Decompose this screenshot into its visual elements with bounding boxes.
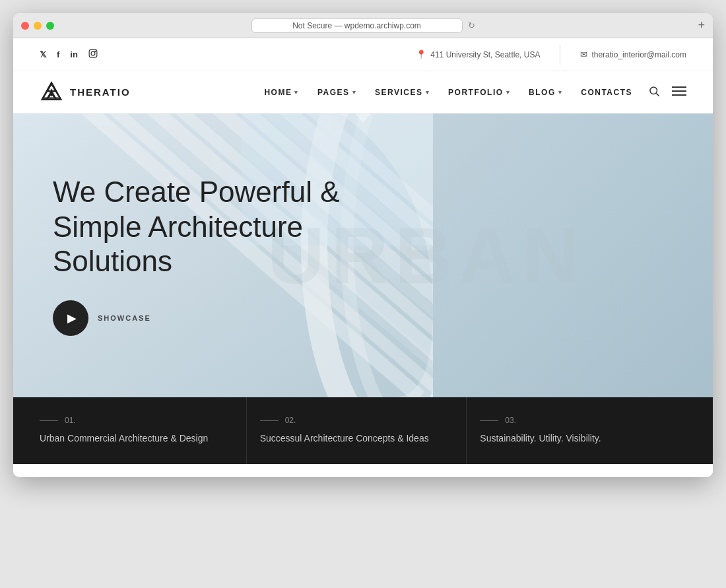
facebook-icon[interactable]: f xyxy=(57,49,59,59)
logo-icon xyxy=(40,81,63,104)
instagram-icon[interactable] xyxy=(88,49,98,60)
twitter-icon[interactable]: 𝕏 xyxy=(40,49,46,59)
website: 𝕏 f in 📍 411 University St, Seattle, USA xyxy=(13,38,713,477)
logo-text: THERATIO xyxy=(70,86,131,98)
play-icon: ▶ xyxy=(67,311,77,325)
feature-title-1: Urban Commercial Architecture & Design xyxy=(40,432,233,445)
hero-section: URBAN We Create Powerful & Simple Archit… xyxy=(13,114,713,397)
hero-content: We Create Powerful & Simple Architecture… xyxy=(13,148,396,362)
nav-item-services[interactable]: SERVICES ▾ xyxy=(375,88,430,97)
feature-line xyxy=(260,420,279,421)
logo[interactable]: THERATIO xyxy=(40,81,131,104)
refresh-icon[interactable]: ↻ xyxy=(468,20,475,30)
play-button[interactable]: ▶ xyxy=(53,300,88,336)
nav-actions xyxy=(648,85,686,100)
maximize-dot[interactable] xyxy=(46,22,54,30)
svg-point-2 xyxy=(95,51,96,51)
hero-cta: ▶ SHOWCASE xyxy=(53,300,356,336)
feature-num-text-1: 01. xyxy=(65,416,76,425)
feature-title-3: Sustainability. Utility. Visibility. xyxy=(480,432,673,445)
feature-title-2: Successul Architecture Concepts & Ideas xyxy=(260,432,453,445)
chevron-down-icon: ▾ xyxy=(426,89,430,96)
minimize-dot[interactable] xyxy=(34,22,42,30)
divider xyxy=(560,45,560,65)
new-tab-button[interactable]: + xyxy=(698,18,705,32)
feature-number-2: 02. xyxy=(260,416,453,425)
email-text: theratio_interior@mail.com xyxy=(591,50,686,59)
svg-rect-0 xyxy=(89,49,97,57)
top-bar: 𝕏 f in 📍 411 University St, Seattle, USA xyxy=(13,38,713,71)
feature-num-text-2: 02. xyxy=(285,416,296,425)
bottom-strip xyxy=(13,464,713,477)
browser-titlebar: Not Secure — wpdemo.archiwp.com ↻ + xyxy=(13,13,713,38)
nav-item-pages[interactable]: PAGES ▾ xyxy=(317,88,356,97)
social-icons: 𝕏 f in xyxy=(40,49,98,60)
browser-address-bar: Not Secure — wpdemo.archiwp.com ↻ xyxy=(21,18,705,33)
nav-links: HOME ▾ PAGES ▾ SERVICES ▾ PORTFOLIO ▾ BL… xyxy=(264,88,632,97)
email-icon: ✉ xyxy=(580,49,587,59)
hero-title: We Create Powerful & Simple Architecture… xyxy=(53,175,356,279)
url-bar[interactable]: Not Secure — wpdemo.archiwp.com xyxy=(251,18,463,33)
address-text: 411 University St, Seattle, USA xyxy=(430,50,540,59)
top-bar-right: 📍 411 University St, Seattle, USA ✉ ther… xyxy=(416,45,686,65)
location-icon: 📍 xyxy=(416,49,426,59)
feature-num-text-3: 03. xyxy=(505,416,516,425)
feature-number-3: 03. xyxy=(480,416,673,425)
svg-point-1 xyxy=(91,51,95,55)
close-dot[interactable] xyxy=(21,22,29,30)
search-icon[interactable] xyxy=(648,85,660,100)
feature-item-3[interactable]: 03. Sustainability. Utility. Visibility. xyxy=(467,397,686,464)
svg-line-6 xyxy=(656,93,659,96)
menu-icon[interactable] xyxy=(672,86,686,99)
feature-bar: 01. Urban Commercial Architecture & Desi… xyxy=(13,397,713,464)
chevron-down-icon: ▾ xyxy=(294,89,299,96)
nav-item-contacts[interactable]: CONTACTS xyxy=(581,88,632,97)
chevron-down-icon: ▾ xyxy=(558,89,563,96)
feature-number-1: 01. xyxy=(40,416,233,425)
feature-item-1[interactable]: 01. Urban Commercial Architecture & Desi… xyxy=(40,397,247,464)
browser-window: Not Secure — wpdemo.archiwp.com ↻ + 𝕏 f … xyxy=(13,13,713,477)
chevron-down-icon: ▾ xyxy=(352,89,357,96)
feature-line xyxy=(480,420,498,421)
feature-item-2[interactable]: 02. Successul Architecture Concepts & Id… xyxy=(247,397,467,464)
browser-dots xyxy=(21,22,54,30)
email-info: ✉ theratio_interior@mail.com xyxy=(580,49,686,59)
nav-item-portfolio[interactable]: PORTFOLIO ▾ xyxy=(448,88,510,97)
feature-line xyxy=(40,420,58,421)
showcase-label: SHOWCASE xyxy=(98,314,151,322)
linkedin-icon[interactable]: in xyxy=(70,49,78,59)
navbar: THERATIO HOME ▾ PAGES ▾ SERVICES ▾ PORTF… xyxy=(13,71,713,114)
address-info: 📍 411 University St, Seattle, USA xyxy=(416,49,540,59)
nav-item-blog[interactable]: BLOG ▾ xyxy=(529,88,562,97)
svg-point-5 xyxy=(650,87,657,94)
nav-item-home[interactable]: HOME ▾ xyxy=(264,88,299,97)
chevron-down-icon: ▾ xyxy=(506,89,511,96)
